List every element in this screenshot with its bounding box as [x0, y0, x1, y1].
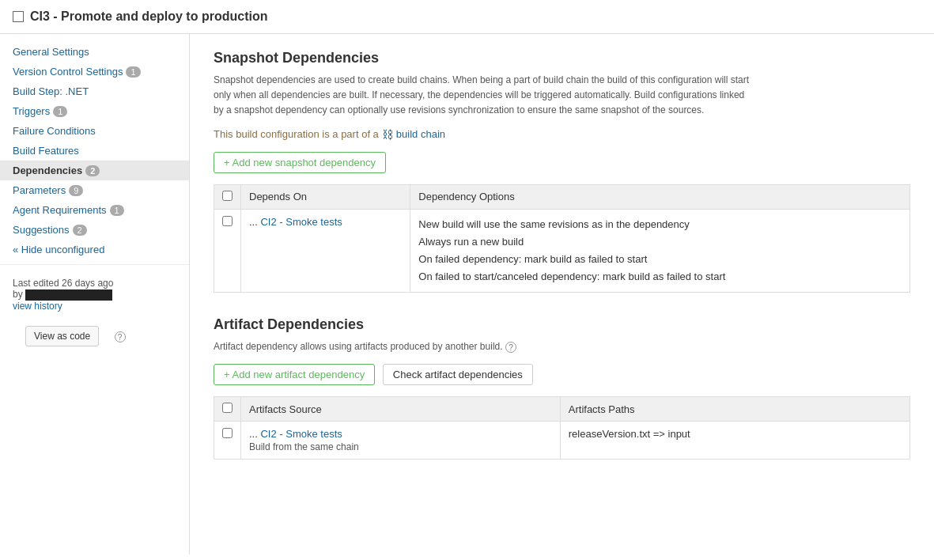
redacted-user: [25, 289, 112, 301]
dependency-option: On failed dependency: mark build as fail…: [418, 251, 902, 268]
dependency-option: Always run a new build: [418, 233, 902, 251]
sidebar-footer: Last edited 26 days ago by view history …: [0, 270, 189, 361]
sidebar-item-label: Dependencies: [13, 165, 82, 176]
artifacts-source-cell: ... CI2 - Smoke testsBuild from the same…: [241, 422, 561, 460]
sidebar-item-label: Triggers: [13, 105, 50, 117]
sidebar-badge: 2: [85, 165, 100, 176]
artifact-source-sub: Build from the same chain: [249, 441, 552, 452]
sidebar-item-suggestions[interactable]: Suggestions2: [0, 220, 189, 240]
table-row: ... CI2 - Smoke testsBuild from the same…: [214, 422, 910, 460]
sidebar-item-label: Build Features: [13, 145, 79, 157]
row-checkbox-cell: [214, 209, 241, 292]
build-chain-link[interactable]: build chain: [396, 128, 445, 140]
build-chain-notice: This build configuration is a part of a …: [214, 128, 910, 141]
page-checkbox-icon: [13, 11, 24, 22]
row-checkbox-cell: [214, 422, 241, 460]
table-row: ... CI2 - Smoke testsNew build will use …: [214, 209, 910, 292]
artifact-help-icon[interactable]: ?: [505, 342, 516, 353]
main-layout: General SettingsVersion Control Settings…: [0, 34, 934, 554]
snapshot-depends-on-header: Depends On: [241, 184, 410, 209]
link-prefix: ...: [249, 216, 260, 228]
sidebar-item-dependencies[interactable]: Dependencies2: [0, 161, 189, 180]
sidebar-badge: 9: [69, 185, 83, 196]
last-edited-text: Last edited 26 days ago by view history: [13, 278, 176, 312]
sidebar-item-version-control-settings[interactable]: Version Control Settings1: [0, 62, 189, 81]
sidebar-item-label: Agent Requirements: [13, 204, 107, 216]
artifact-description: Artifact dependency allows using artifac…: [214, 339, 751, 354]
check-artifact-dependencies-button[interactable]: Check artifact dependencies: [383, 364, 533, 385]
chain-icon: ⛓: [382, 128, 393, 141]
sidebar-badge: 1: [110, 205, 124, 216]
add-artifact-dependency-button[interactable]: + Add new artifact dependency: [214, 364, 375, 385]
sidebar-item-build-step[interactable]: Build Step: .NET: [0, 81, 189, 101]
link-prefix: ...: [249, 428, 260, 440]
sidebar-item-label: Version Control Settings: [13, 66, 123, 78]
snapshot-check-col-header: [214, 184, 241, 209]
sidebar-item-parameters[interactable]: Parameters9: [0, 180, 189, 200]
sidebar-item-label: Build Step: .NET: [13, 85, 89, 97]
artifact-source-link[interactable]: CI2 - Smoke tests: [260, 428, 342, 440]
snapshot-dependency-table: Depends On Dependency Options ... CI2 - …: [214, 184, 910, 293]
artifact-paths-header: Artifacts Paths: [560, 397, 909, 422]
page-title: CI3 - Promote and deploy to production: [30, 9, 267, 24]
sidebar-item-agent-requirements[interactable]: Agent Requirements1: [0, 200, 189, 220]
sidebar-item-label: Suggestions: [13, 224, 70, 236]
depends-on-cell: ... CI2 - Smoke tests: [241, 209, 410, 292]
sidebar: General SettingsVersion Control Settings…: [0, 34, 190, 554]
sidebar-item-general-settings[interactable]: General Settings: [0, 42, 189, 62]
view-as-code-button[interactable]: View as code: [25, 326, 99, 346]
artifact-title: Artifact Dependencies: [214, 316, 910, 333]
sidebar-badge: 2: [73, 225, 87, 236]
row-checkbox[interactable]: [222, 428, 233, 438]
dependency-link[interactable]: CI2 - Smoke tests: [260, 216, 342, 228]
artifact-check-col-header: [214, 397, 241, 422]
view-as-code-help-icon[interactable]: ?: [115, 331, 126, 342]
artifact-section: Artifact Dependencies Artifact dependenc…: [214, 316, 910, 460]
artifact-dependency-table: Artifacts Source Artifacts Paths ... CI2…: [214, 396, 910, 460]
main-content: Snapshot Dependencies Snapshot dependenc…: [190, 34, 934, 554]
hide-unconfigured-link[interactable]: « Hide unconfigured: [0, 240, 189, 259]
view-history-link[interactable]: view history: [13, 301, 62, 312]
dependency-option: On failed to start/canceled dependency: …: [418, 268, 902, 286]
artifacts-paths-cell: releaseVersion.txt => input: [560, 422, 909, 460]
artifact-header-checkbox[interactable]: [222, 403, 233, 413]
snapshot-header-checkbox[interactable]: [222, 191, 233, 201]
snapshot-description: Snapshot dependencies are used to create…: [214, 73, 751, 119]
dependency-option: New build will use the same revisions as…: [418, 216, 902, 233]
artifact-source-header: Artifacts Source: [241, 397, 561, 422]
sidebar-item-failure-conditions[interactable]: Failure Conditions: [0, 121, 189, 141]
snapshot-section: Snapshot Dependencies Snapshot dependenc…: [214, 50, 910, 293]
add-snapshot-dependency-button[interactable]: + Add new snapshot dependency: [214, 152, 386, 173]
sidebar-item-label: General Settings: [13, 46, 89, 58]
snapshot-options-header: Dependency Options: [410, 184, 910, 209]
sidebar-item-label: Failure Conditions: [13, 125, 96, 137]
sidebar-item-label: Parameters: [13, 184, 66, 196]
sidebar-item-build-features[interactable]: Build Features: [0, 141, 189, 161]
row-checkbox[interactable]: [222, 216, 233, 226]
snapshot-title: Snapshot Dependencies: [214, 50, 910, 66]
sidebar-item-triggers[interactable]: Triggers1: [0, 101, 189, 121]
sidebar-divider: [0, 264, 189, 265]
sidebar-badge: 1: [53, 106, 67, 117]
sidebar-badge: 1: [126, 66, 140, 78]
dependency-options-cell: New build will use the same revisions as…: [410, 209, 910, 292]
page-title-bar: CI3 - Promote and deploy to production: [0, 0, 934, 34]
